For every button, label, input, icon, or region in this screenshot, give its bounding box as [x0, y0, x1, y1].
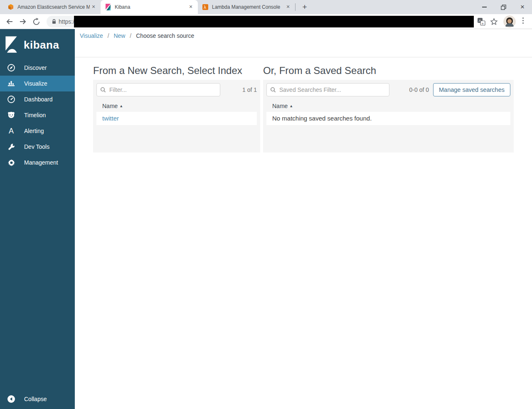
sidebar-item-alerting[interactable]: A Alerting: [0, 123, 75, 139]
lock-icon[interactable]: [51, 19, 57, 26]
minimize-window-icon[interactable]: [475, 0, 494, 14]
index-count: 1 of 1: [242, 86, 257, 93]
kibana-logo: kibana: [0, 29, 75, 55]
svg-text:λ: λ: [204, 5, 206, 10]
main-content: Visualize / New / Choose search source F…: [75, 29, 532, 409]
index-link[interactable]: twitter: [102, 115, 119, 122]
tab-kibana[interactable]: Kibana ×: [101, 0, 198, 14]
address-bar[interactable]: https:/: [47, 16, 474, 27]
kibana-logo-icon: [105, 4, 111, 10]
letter-a-icon: A: [7, 127, 15, 135]
close-tab-icon[interactable]: ×: [187, 3, 195, 11]
saved-search-panel: Or, From a Saved Search 0-0 of 0 Manage …: [263, 65, 514, 153]
translate-icon[interactable]: Aa: [476, 17, 486, 27]
compass-icon: [7, 64, 15, 72]
back-icon[interactable]: [5, 17, 14, 26]
tab-separator: [295, 3, 296, 11]
saved-search-filter-input[interactable]: [266, 83, 389, 96]
index-name-column-header[interactable]: Name▲: [96, 101, 257, 112]
browser-tab-strip: Amazon Elasticsearch Service Ma × Kibana…: [0, 0, 532, 14]
breadcrumb-separator: /: [130, 32, 131, 39]
lambda-icon: λ: [202, 4, 209, 10]
collapse-arrow-icon: [7, 395, 15, 403]
saved-search-panel-title: Or, From a Saved Search: [263, 65, 514, 76]
saved-search-name-column-header[interactable]: Name▲: [266, 101, 510, 112]
close-tab-icon[interactable]: ×: [284, 3, 292, 11]
new-search-panel: From a New Search, Select Index 1 of 1 N…: [93, 65, 260, 153]
kibana-k-icon: [4, 35, 18, 54]
saved-search-count: 0-0 of 0: [409, 86, 429, 93]
restore-window-icon[interactable]: [494, 0, 513, 14]
collapse-label: Collapse: [24, 396, 47, 402]
redacted-url: [74, 16, 474, 27]
profile-avatar[interactable]: [503, 15, 516, 28]
aws-cube-icon: [7, 4, 14, 10]
empty-message: No matching saved searches found.: [272, 115, 372, 122]
breadcrumb-visualize-link[interactable]: Visualize: [80, 32, 103, 39]
search-icon: [270, 87, 276, 94]
sidebar-collapse-button[interactable]: Collapse: [0, 391, 75, 407]
saved-search-list-box: 0-0 of 0 Manage saved searches Name▲ No …: [263, 80, 514, 153]
app-window: kibana Discover Visualize Dashboard: [0, 29, 532, 409]
search-icon: [100, 87, 106, 94]
manage-saved-searches-button[interactable]: Manage saved searches: [433, 83, 510, 96]
sidebar-item-label: Alerting: [24, 128, 44, 134]
tab-amazon-elasticsearch[interactable]: Amazon Elasticsearch Service Ma ×: [3, 0, 101, 14]
breadcrumb-new-link[interactable]: New: [113, 32, 125, 39]
sort-asc-icon: ▲: [119, 104, 123, 108]
forward-icon[interactable]: [18, 17, 27, 26]
breadcrumb-separator: /: [108, 32, 109, 39]
sidebar-item-management[interactable]: Management: [0, 155, 75, 170]
tab-title: Amazon Elasticsearch Service Ma: [17, 4, 90, 10]
choose-source-content: From a New Search, Select Index 1 of 1 N…: [75, 57, 532, 153]
sidebar-item-label: Dashboard: [24, 96, 53, 103]
browser-menu-icon[interactable]: [522, 17, 524, 24]
lion-face-icon: [7, 111, 15, 119]
breadcrumb-current: Choose search source: [136, 32, 194, 39]
window-controls: ×: [475, 0, 532, 14]
sort-asc-icon: ▲: [289, 104, 293, 108]
sidebar-item-dev-tools[interactable]: Dev Tools: [0, 139, 75, 155]
svg-text:a: a: [482, 22, 484, 25]
index-row-twitter[interactable]: twitter: [96, 112, 257, 125]
sidebar-item-label: Timelion: [24, 112, 46, 118]
gauge-icon: [7, 95, 15, 103]
new-tab-button[interactable]: +: [299, 1, 310, 13]
sidebar-nav: Discover Visualize Dashboard Timelion: [0, 60, 75, 170]
index-list-box: 1 of 1 Name▲ twitter: [93, 80, 260, 153]
sidebar-item-discover[interactable]: Discover: [0, 60, 75, 76]
browser-toolbar: https:/ Aa: [0, 14, 532, 29]
saved-search-empty-row: No matching saved searches found.: [266, 112, 510, 125]
sidebar-item-label: Visualize: [24, 80, 47, 87]
sidebar-item-timelion[interactable]: Timelion: [0, 107, 75, 123]
sidebar-item-dashboard[interactable]: Dashboard: [0, 91, 75, 107]
kibana-logo-text: kibana: [24, 39, 59, 52]
kibana-sidebar: kibana Discover Visualize Dashboard: [0, 29, 75, 409]
tab-title: Kibana: [115, 4, 187, 10]
close-window-icon[interactable]: ×: [513, 0, 532, 14]
new-search-panel-title: From a New Search, Select Index: [93, 65, 260, 76]
close-tab-icon[interactable]: ×: [90, 3, 97, 11]
sidebar-item-label: Dev Tools: [24, 143, 49, 150]
tab-lambda-console[interactable]: λ Lambda Management Console ×: [198, 0, 295, 14]
breadcrumb: Visualize / New / Choose search source: [75, 29, 532, 57]
sidebar-item-label: Discover: [24, 64, 47, 71]
gear-icon: [7, 158, 15, 167]
bookmark-star-icon[interactable]: [489, 17, 499, 27]
sidebar-item-visualize[interactable]: Visualize: [0, 76, 75, 91]
reload-icon[interactable]: [32, 17, 41, 26]
sidebar-item-label: Management: [24, 159, 58, 166]
wrench-icon: [7, 143, 15, 151]
bar-chart-icon: [7, 79, 15, 88]
index-filter-input[interactable]: [96, 83, 220, 96]
url-scheme-text: https:/: [59, 18, 74, 25]
tab-title: Lambda Management Console: [212, 4, 284, 10]
